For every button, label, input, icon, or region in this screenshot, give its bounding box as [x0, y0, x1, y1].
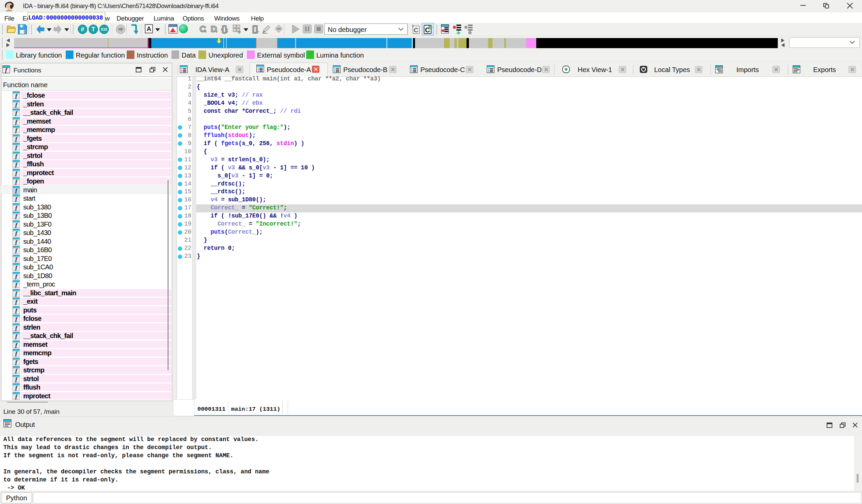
svg-text:C: C: [414, 27, 418, 34]
